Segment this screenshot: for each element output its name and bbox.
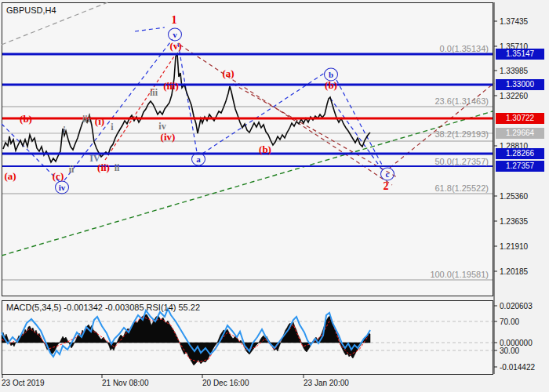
wave-label-red: (a) (4, 171, 16, 181)
price-level-badge: 1.33000 (496, 79, 544, 90)
wave-label-circled: iv (55, 181, 69, 194)
indicator-label: MACD(5,34,5) -0.001342 -0.003085 RSI(14)… (6, 303, 200, 312)
price-axis-tick: 1.23635 (500, 217, 528, 226)
time-axis-label: 20 Dec 16:00 (202, 379, 249, 387)
chart-canvas (0, 0, 549, 392)
indicator-axis-tick: 0.020603 (500, 302, 533, 310)
fibonacci-label: 23.6(1.31463) (435, 96, 489, 106)
wave-label-gray: ii (115, 163, 120, 172)
wave-label-red: (i) (95, 116, 104, 126)
price-level-badge: 1.35147 (496, 49, 544, 60)
wave-label-circled: c (380, 168, 394, 181)
support-resistance-lines[interactable] (2, 54, 493, 166)
price-level-badge: 1.29664 (496, 128, 544, 139)
wave-label-circled: v (168, 28, 182, 42)
wave-label-red: (b) (259, 144, 271, 154)
price-axis-tick: 1.20185 (500, 267, 528, 276)
fibonacci-label: 0.0(1.35134) (440, 44, 489, 53)
price-level-badge: 1.30722 (496, 113, 544, 124)
wave-label-gray: i (111, 122, 113, 132)
wave-label-circled: a (191, 153, 205, 166)
time-axis-label: 23 Jan 20:00 (304, 379, 349, 387)
indicator-axis-tick: 30.00 (500, 347, 519, 355)
price-series (3, 54, 370, 162)
wave-label-red: (iv) (161, 132, 176, 142)
price-level-badge: 1.27357 (496, 161, 544, 172)
macd-signal-line (2, 317, 369, 362)
price-axis-tick: 1.32260 (500, 92, 528, 100)
wave-label-gray: IV (89, 154, 100, 163)
wave-label-circled: b (324, 68, 338, 82)
chart-window: GBPUSD,H4 MACD(5,34,5) -0.001342 -0.0030… (0, 0, 549, 392)
indicator-axis-tick: -0.014422 (500, 363, 535, 372)
wave-label-gray: iii (150, 88, 158, 97)
wave-label-gray: iv (158, 122, 165, 131)
fibonacci-label: 38.2(1.29193) (435, 129, 489, 139)
wave-label-red: 1 (172, 15, 177, 26)
time-axis-label: 21 Nov 08:00 (102, 379, 149, 387)
price-axis-tick: 1.37435 (500, 17, 528, 26)
price-axis-tick: 1.33985 (500, 67, 528, 75)
time-axis-label: 23 Oct 2019 (2, 379, 44, 387)
fibonacci-label: 61.8(1.25522) (435, 183, 489, 193)
price-axis-tick: 1.21910 (500, 242, 528, 251)
wave-label-red: (c) (53, 171, 64, 181)
symbol-label: GBPUSD,H4 (6, 5, 56, 15)
wave-label-gray: i (63, 125, 65, 135)
wave-label-red: (iii) (163, 81, 179, 91)
wave-label-red: (b) (20, 114, 32, 124)
price-level-badge: 1.28266 (496, 148, 544, 159)
fibonacci-label: 50.0(1.27357) (435, 157, 489, 166)
wave-label-gray: iii (82, 114, 90, 124)
fibonacci-label: 100.0(1.19581) (430, 270, 489, 279)
impulse-line[interactable] (105, 56, 174, 160)
wave-label-red: (a) (222, 68, 234, 78)
axis-tick-marks (2, 21, 497, 378)
wave-label-red: 2 (384, 181, 389, 192)
wave-label-red: (v) (169, 41, 181, 51)
indicator-axis-tick: 70.00 (500, 318, 519, 326)
wave-label-gray: ii (69, 165, 75, 174)
price-axis-tick: 1.25360 (500, 192, 528, 201)
